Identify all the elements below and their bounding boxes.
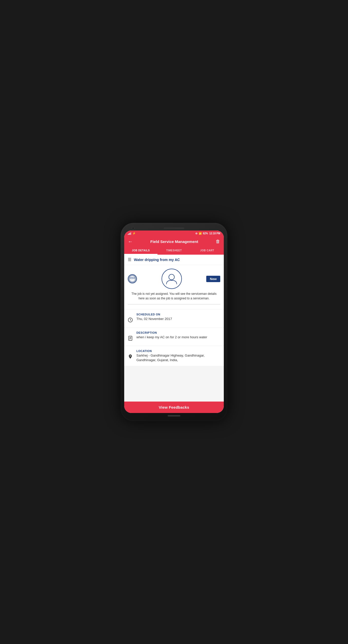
content-area: ☰ Water dripping from my AC EXPRESS ⋆ ⋆ …	[124, 255, 224, 402]
wifi-icon: 📶	[199, 232, 202, 235]
menu-icon: ☰	[128, 258, 131, 262]
phone-home-button	[168, 415, 180, 417]
unassigned-message: The job is not yet assigned. You will se…	[128, 292, 220, 301]
description-label: DESCRIPTION	[136, 331, 220, 334]
scheduled-on-section: SCHEDULED ON Thu, 02 November 2017	[124, 309, 224, 328]
phone-bottom-bar	[124, 415, 224, 417]
phone-device: ⚡ ⊖ 📶 62% 12:18 PM ← Field Service Manag…	[121, 223, 227, 421]
job-title: Water dripping from my AC	[134, 258, 180, 262]
signal-bar-5	[131, 232, 131, 235]
express-badge: EXPRESS ⋆ ⋆ ⋆	[128, 274, 137, 283]
location-icon	[128, 354, 133, 360]
dnd-icon: ⊖	[195, 232, 197, 235]
divider	[128, 304, 220, 304]
phone-speaker	[164, 227, 184, 229]
location-content: LOCATION Sarkhej - Gandhinagar Highway, …	[136, 349, 220, 362]
scheduled-content: SCHEDULED ON Thu, 02 November 2017	[136, 313, 220, 321]
status-right-group: ⊖ 📶 62% 12:18 PM	[195, 232, 220, 235]
job-title-section: ☰ Water dripping from my AC	[124, 255, 224, 265]
scheduled-value: Thu, 02 November 2017	[136, 317, 220, 321]
signal-bar-4	[130, 233, 131, 235]
phone-camera	[132, 227, 134, 229]
tab-timesheet[interactable]: TIMESHEET	[157, 247, 191, 255]
serviceman-section: EXPRESS ⋆ ⋆ ⋆ New	[124, 265, 224, 309]
location-section: LOCATION Sarkhej - Gandhinagar Highway, …	[124, 346, 224, 366]
phone-screen: ⚡ ⊖ 📶 62% 12:18 PM ← Field Service Manag…	[124, 231, 224, 413]
svg-text:⋆ ⋆ ⋆: ⋆ ⋆ ⋆	[131, 280, 134, 281]
avatar	[162, 269, 182, 289]
clock: 12:18 PM	[209, 232, 220, 235]
usb-icon: ⚡	[132, 232, 136, 235]
scheduled-label: SCHEDULED ON	[136, 313, 220, 316]
svg-point-5	[169, 274, 175, 280]
delete-button[interactable]: 🗑	[216, 239, 220, 244]
status-badge: New	[206, 276, 220, 282]
description-value: when i keep my AC on for 2 or more hours…	[136, 335, 220, 340]
app-header: ← Field Service Management 🗑	[124, 236, 224, 247]
signal-bar-2	[129, 234, 129, 235]
view-feedbacks-button[interactable]: View Feedbacks	[124, 402, 224, 413]
battery-level: 62%	[203, 232, 208, 235]
status-left: ⚡	[128, 232, 136, 235]
tab-job-details[interactable]: JOB DETAILS	[124, 247, 157, 255]
phone-top-bar	[124, 227, 224, 229]
serviceman-top-row: EXPRESS ⋆ ⋆ ⋆ New	[128, 269, 220, 289]
header-title: Field Service Management	[133, 239, 216, 244]
tab-job-cart[interactable]: JOB CART	[191, 247, 224, 255]
location-value: Sarkhej - Gandhinagar Highway, Gandhinag…	[136, 353, 220, 362]
clock-icon	[128, 317, 133, 324]
description-content: DESCRIPTION when i keep my AC on for 2 o…	[136, 331, 220, 340]
tabs-bar: JOB DETAILS TIMESHEET JOB CART	[124, 247, 224, 255]
document-icon	[128, 336, 133, 342]
description-section: DESCRIPTION when i keep my AC on for 2 o…	[124, 328, 224, 346]
back-button[interactable]: ←	[128, 239, 133, 244]
svg-text:EXPRESS: EXPRESS	[130, 277, 135, 279]
signal-bars	[128, 232, 131, 235]
signal-bar-1	[128, 234, 128, 235]
status-bar: ⚡ ⊖ 📶 62% 12:18 PM	[124, 231, 224, 236]
signal-bar-3	[129, 233, 130, 235]
location-label: LOCATION	[136, 349, 220, 352]
